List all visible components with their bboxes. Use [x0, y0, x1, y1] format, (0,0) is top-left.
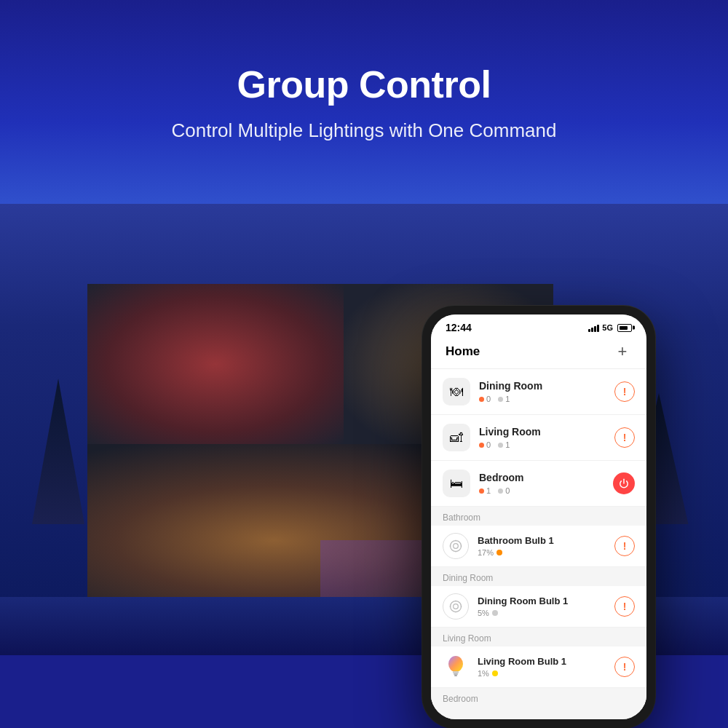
dining-bulb-status: 5%: [478, 609, 606, 617]
living-room-name: Living Room: [479, 426, 606, 438]
bedroom-devices: 1 0: [479, 486, 604, 495]
room-row-dining[interactable]: 🍽 Dining Room 0 1: [431, 369, 646, 415]
dining-room-icon: 🍽: [443, 378, 470, 405]
dining-room-devices: 0 1: [479, 395, 606, 403]
signal-bar-1: [588, 329, 590, 332]
dining-bulb-icon: [443, 593, 469, 620]
bedroom-info: Bedroom 1 0: [479, 472, 604, 495]
app-home-title: Home: [446, 344, 480, 359]
dining-room-name: Dining Room: [479, 380, 606, 392]
bedroom-name: Bedroom: [479, 472, 604, 483]
status-time: 12:44: [446, 322, 472, 333]
living-room-devices: 0 1: [479, 440, 606, 449]
bathroom-bulb-info: Bathroom Bulb 1 17%: [478, 535, 606, 557]
svg-rect-16: [454, 675, 457, 676]
phone-mockup: 12:44 5G: [422, 306, 655, 728]
device-row-dining-bulb[interactable]: Dining Room Bulb 1 5% !: [431, 586, 646, 628]
section-dining-devices: Dining Room: [431, 567, 646, 586]
bathroom-status-dot: [496, 550, 502, 555]
off-dot: [498, 397, 503, 402]
dining-off-count: 1: [505, 395, 510, 403]
bathroom-bulb-name: Bathroom Bulb 1: [478, 535, 606, 546]
svg-rect-14: [453, 671, 459, 673]
dining-room-info: Dining Room 0 1: [479, 380, 606, 403]
battery-fill: [620, 326, 628, 330]
page-title: Group Control: [237, 63, 491, 106]
living-brightness: 1%: [478, 669, 489, 678]
dining-on-stat: 0: [479, 395, 491, 403]
svg-point-1: [451, 541, 462, 552]
section-bathroom: Bathroom: [431, 507, 646, 526]
living-bulb-icon: [443, 654, 469, 680]
network-type: 5G: [602, 323, 613, 332]
dining-alert-button[interactable]: !: [614, 381, 635, 402]
svg-point-7: [451, 601, 462, 612]
signal-bars: [588, 323, 599, 332]
bedroom-off-count: 0: [505, 486, 510, 495]
section-living-devices: Living Room: [431, 628, 646, 646]
add-button[interactable]: +: [613, 342, 632, 361]
section-bedroom-devices: Bedroom: [431, 688, 646, 707]
room-red-glow: [87, 284, 344, 444]
dining-status-dot: [492, 610, 498, 616]
living-bulb-info: Living Room Bulb 1 1%: [478, 656, 606, 678]
app-content[interactable]: 🍽 Dining Room 0 1: [431, 369, 646, 719]
bedroom-power-button[interactable]: [613, 472, 635, 494]
living-room-info: Living Room 0 1: [479, 426, 606, 449]
living-status-dot: [492, 670, 498, 676]
svg-point-13: [448, 656, 463, 672]
signal-bar-4: [597, 325, 599, 332]
on-dot: [479, 443, 484, 448]
dining-off-stat: 1: [498, 395, 510, 403]
bedroom-off-stat: 0: [498, 486, 510, 495]
svg-point-8: [454, 604, 459, 609]
room-row-living[interactable]: 🛋 Living Room 0 1: [431, 415, 646, 461]
dining-on-count: 0: [486, 395, 491, 403]
bathroom-bulb-icon: [443, 533, 469, 559]
device-row-living-bulb[interactable]: Living Room Bulb 1 1% !: [431, 646, 646, 688]
room-row-bedroom[interactable]: 🛏 Bedroom 1 0: [431, 461, 646, 507]
bedroom-on-count: 1: [486, 486, 491, 495]
bedroom-on-stat: 1: [479, 486, 491, 495]
status-icons: 5G: [588, 323, 632, 332]
on-dot: [479, 488, 484, 494]
off-dot: [498, 488, 503, 494]
living-bulb-name: Living Room Bulb 1: [478, 656, 606, 667]
dining-bulb-alert-button[interactable]: !: [614, 596, 635, 617]
phone-outer: 12:44 5G: [422, 306, 655, 728]
tree-left: [29, 379, 87, 524]
status-bar: 12:44 5G: [431, 314, 646, 336]
signal-bar-3: [594, 326, 596, 332]
living-off-count: 1: [505, 440, 510, 449]
living-room-icon: 🛋: [443, 424, 470, 451]
title-section: Group Control Control Multiple Lightings…: [0, 0, 728, 189]
living-alert-button[interactable]: !: [614, 427, 635, 448]
main-container: Group Control Control Multiple Lightings…: [0, 0, 728, 728]
dining-bulb-info: Dining Room Bulb 1 5%: [478, 596, 606, 617]
living-on-stat: 0: [479, 440, 491, 449]
bathroom-bulb-status: 17%: [478, 548, 606, 557]
app-header: Home +: [431, 336, 646, 369]
bathroom-brightness: 17%: [478, 548, 494, 557]
bathroom-bulb-alert-button[interactable]: !: [614, 536, 635, 556]
device-row-bathroom-bulb[interactable]: Bathroom Bulb 1 17% !: [431, 526, 646, 567]
off-dot: [498, 443, 503, 448]
svg-rect-15: [454, 673, 458, 675]
on-dot: [479, 397, 484, 402]
battery-icon: [617, 324, 632, 332]
living-bulb-alert-button[interactable]: !: [614, 657, 635, 677]
living-off-stat: 1: [498, 440, 510, 449]
dining-bulb-name: Dining Room Bulb 1: [478, 596, 606, 606]
living-bulb-status: 1%: [478, 669, 606, 678]
dining-brightness: 5%: [478, 609, 489, 617]
signal-bar-2: [591, 328, 593, 332]
living-on-count: 0: [486, 440, 491, 449]
page-subtitle: Control Multiple Lightings with One Comm…: [172, 119, 557, 142]
svg-point-2: [454, 544, 459, 549]
bedroom-icon: 🛏: [443, 470, 470, 497]
phone-screen: 12:44 5G: [431, 314, 646, 719]
